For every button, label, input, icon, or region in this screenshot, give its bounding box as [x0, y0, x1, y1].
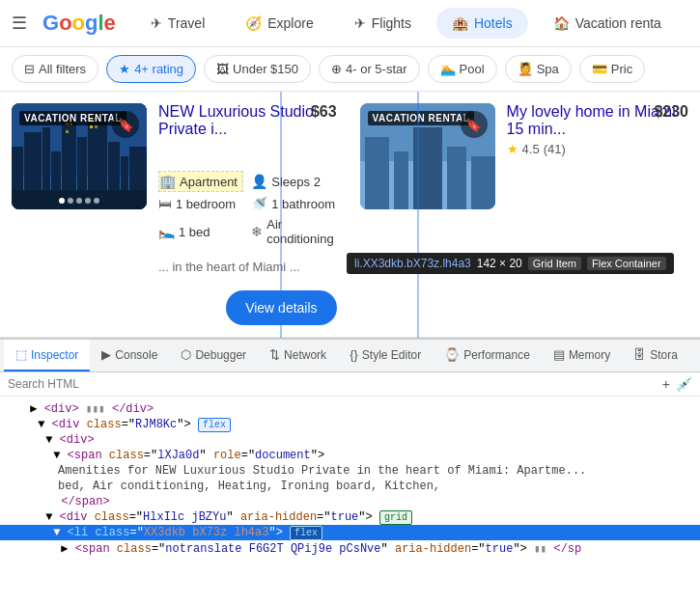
- tree-triangle-8[interactable]: ▼: [45, 510, 52, 524]
- selection-line-right: [417, 92, 419, 338]
- filter-all[interactable]: ⊟ All filters: [12, 55, 98, 83]
- card-1-label: VACATION RENTAL: [19, 111, 126, 125]
- tab-storage-label: Stora: [650, 348, 678, 362]
- tooltip: li.XX3dkb.bX73z.lh4a3 142 × 20 Grid Item…: [347, 253, 674, 274]
- price-icon: 🖼: [216, 62, 229, 76]
- tree-line-10[interactable]: ▶ <span class="notranslate F6G2T QPij9e …: [0, 540, 700, 556]
- detail-bedroom-text: 1 bedroom: [176, 197, 236, 211]
- card-1-bookmark[interactable]: 🔖: [112, 111, 139, 138]
- tree-attr-val-10: notranslate F6G2T QPij9e pCsNve: [165, 542, 380, 556]
- tree-badge-flex-2: flex: [198, 418, 231, 432]
- tab-network[interactable]: ⇅ Network: [258, 340, 338, 371]
- hamburger-icon[interactable]: ☰: [12, 13, 27, 34]
- svg-rect-26: [471, 156, 495, 209]
- tab-console[interactable]: ▶ Console: [90, 340, 169, 371]
- dot-3: [76, 198, 82, 204]
- pool-icon: 🏊: [440, 62, 456, 76]
- tree-attr-class-4: class: [109, 449, 144, 462]
- tree-triangle-3[interactable]: ▼: [45, 433, 52, 447]
- rating-value: 4.5: [522, 142, 540, 156]
- tree-triangle-9[interactable]: ▼: [53, 526, 60, 539]
- filter-icon: ⊟: [24, 62, 35, 76]
- filter-spa-label: Spa: [537, 62, 559, 76]
- tree-quote-2: ">: [177, 418, 190, 431]
- html-search-icons: + 💉: [662, 376, 692, 392]
- tab-storage[interactable]: 🗄 Stora: [622, 340, 689, 371]
- detail-apartment: 🏢 Apartment: [158, 171, 243, 192]
- tree-triangle-10[interactable]: ▶: [61, 542, 68, 556]
- tree-close-tag-10: </sp: [553, 542, 581, 556]
- tree-eq-8: =": [129, 510, 143, 524]
- price2-icon: 💳: [592, 62, 607, 76]
- tree-tag-1: <div>: [44, 402, 79, 416]
- tree-line-7[interactable]: </span>: [0, 494, 700, 509]
- tree-line-9[interactable]: ▼ <li class="XX3dkb bX73z lh4a3"> flex: [0, 525, 700, 540]
- filter-pool-label: Pool: [460, 62, 485, 76]
- tree-triangle-1[interactable]: ▶: [30, 402, 37, 416]
- filter-spa[interactable]: 💆 Spa: [505, 55, 572, 83]
- detail-ac-text: Air conditioning: [266, 217, 336, 246]
- tab-performance-label: Performance: [463, 348, 530, 362]
- tab-debugger-label: Debugger: [195, 348, 246, 362]
- inspector-icon: ⬚: [15, 347, 27, 362]
- tree-attr-aria-8: aria-hidden: [240, 510, 317, 524]
- detail-bathroom: 🚿 1 bathroom: [251, 194, 336, 213]
- tree-line-4[interactable]: ▼ <span class="lXJa0d" role="document">: [0, 448, 700, 463]
- vacation-icon: 🏠: [553, 15, 570, 31]
- dot-2: [68, 198, 73, 204]
- detail-sleeps-text: Sleeps 2: [271, 175, 321, 189]
- add-node-icon[interactable]: +: [662, 376, 670, 392]
- tree-attr-aria-val-10: true: [486, 542, 514, 556]
- detail-bed-text: 1 bed: [179, 225, 210, 239]
- filter-rating[interactable]: ★ 4+ rating: [106, 55, 196, 83]
- selection-line-left: [280, 92, 282, 338]
- tree-tag-4: <span: [68, 449, 109, 462]
- apartment-icon: 🏢: [159, 174, 176, 189]
- nav-tab-vacation[interactable]: 🏠 Vacation renta: [538, 8, 677, 39]
- nav-tab-hotels[interactable]: 🏨 Hotels: [436, 8, 528, 39]
- filter-price-label: Under $150: [233, 62, 298, 76]
- tab-inspector[interactable]: ⬚ Inspector: [4, 340, 90, 371]
- tree-line-2[interactable]: ▼ <div class="RJM8Kc"> flex: [0, 417, 700, 432]
- filter-price[interactable]: 🖼 Under $150: [204, 55, 311, 83]
- travel-icon: ✈: [151, 15, 162, 31]
- eyedropper-icon[interactable]: 💉: [676, 376, 692, 392]
- dot-5: [94, 198, 99, 204]
- nav-tab-explore[interactable]: 🧭 Explore: [230, 8, 328, 39]
- tree-line-8[interactable]: ▼ <div class="HlxIlc jBZYu" aria-hidden=…: [0, 509, 700, 525]
- filter-stars[interactable]: ⊕ 4- or 5-star: [319, 55, 420, 83]
- card-2-bookmark[interactable]: 🔖: [461, 111, 488, 138]
- filter-price2[interactable]: 💳 Pric: [579, 55, 645, 83]
- tab-style-editor[interactable]: {} Style Editor: [338, 340, 433, 371]
- nav-tab-travel[interactable]: ✈ Travel: [135, 8, 220, 39]
- hotels-icon: 🏨: [452, 15, 468, 31]
- filter-pool[interactable]: 🏊 Pool: [428, 55, 497, 83]
- spa-icon: 💆: [518, 62, 533, 76]
- card-1-dots: [59, 198, 99, 204]
- tree-attr-class-9: class: [95, 526, 129, 539]
- tree-line-6[interactable]: bed, Air conditioning, Heating, Ironing …: [0, 479, 700, 494]
- tree-line-3[interactable]: ▼ <div>: [0, 432, 700, 448]
- rating-count: (41): [544, 142, 566, 156]
- tree-line-5[interactable]: Amenities for NEW Luxurious Studio Priva…: [0, 463, 700, 479]
- nav-tab-flights[interactable]: ✈ Flights: [339, 8, 427, 39]
- tab-debugger[interactable]: ⬡ Debugger: [169, 340, 258, 371]
- tree-triangle-2[interactable]: ▼: [38, 418, 44, 431]
- tree-attr-class-10: class: [117, 542, 152, 556]
- explore-icon: 🧭: [245, 15, 262, 31]
- search-html-input[interactable]: [8, 377, 658, 391]
- svg-rect-14: [66, 130, 69, 133]
- detail-sleeps: 👤 Sleeps 2: [251, 171, 336, 192]
- tooltip-badge1: Grid Item: [528, 257, 581, 270]
- tab-console-label: Console: [115, 348, 157, 362]
- card-2-info: My lovely home in Miami 15 min... $230 ★…: [507, 103, 688, 325]
- card-2-price: $230: [654, 103, 688, 121]
- card-2: VACATION RENTAL 🔖 My lovely home in Miam…: [349, 92, 700, 338]
- tab-performance[interactable]: ⌚ Performance: [433, 340, 542, 371]
- tree-line-1[interactable]: ▶ <div> ▮▮▮ </div>: [0, 400, 700, 417]
- tree-triangle-4[interactable]: ▼: [53, 449, 60, 462]
- tab-memory[interactable]: ▤ Memory: [542, 340, 622, 371]
- tree-eq-10: =": [152, 542, 165, 556]
- detail-bed: 🛌 1 bed: [158, 215, 243, 248]
- bathroom-icon: 🚿: [251, 196, 267, 211]
